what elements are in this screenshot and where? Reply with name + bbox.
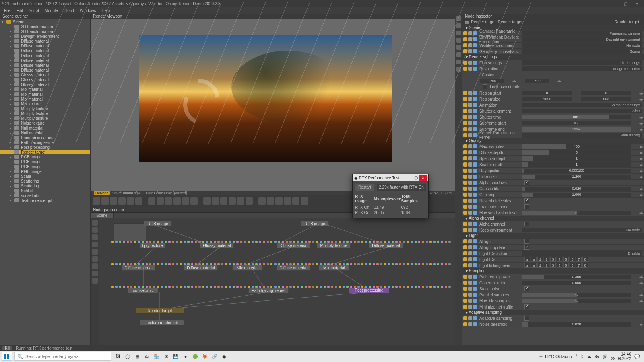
tree-root[interactable]: ▾Scene xyxy=(0,19,90,24)
prop-geometry[interactable]: Geometry: sunset.abcScene xyxy=(462,48,644,54)
node-job[interactable]: Texture render job xyxy=(140,320,184,325)
node-diff4[interactable]: Diffuse material xyxy=(184,265,218,271)
prop-environment[interactable]: Environment: Daylight environmentDayligh… xyxy=(462,36,644,42)
tree-item[interactable]: ▸Mix texture xyxy=(0,101,90,106)
section-header[interactable]: ▾ Alpha channel xyxy=(462,216,644,221)
prop-subframe-start[interactable]: Subframe start0%◂▸ xyxy=(462,120,644,126)
viewport-tool-button[interactable] xyxy=(157,197,164,205)
tree-item[interactable]: ▸Scale xyxy=(0,174,90,179)
tree-item[interactable]: ▸Multiply texture xyxy=(0,106,90,111)
menu-module[interactable]: Module xyxy=(45,8,58,13)
inspector-rail-button[interactable] xyxy=(456,38,461,43)
window-close-icon[interactable]: ✕ xyxy=(631,2,642,6)
prop-sampling[interactable]: Max. tile samples32◂▸ xyxy=(462,298,644,304)
taskbar-clock[interactable]: 14:4629.09.2022 xyxy=(611,352,631,361)
dialog-close-icon[interactable]: ✕ xyxy=(419,175,427,181)
volume-icon[interactable]: 🔊 xyxy=(602,354,608,359)
tree-item[interactable]: ▸sunset.abc xyxy=(0,193,90,198)
inspector-rail-button[interactable] xyxy=(456,45,461,50)
viewport-tool-button[interactable] xyxy=(203,197,211,205)
tree-item[interactable]: ▸Noise texture xyxy=(0,121,90,125)
prop-resolution[interactable]: ResolutionImage resolution xyxy=(462,66,644,72)
menu-edit[interactable]: Edit xyxy=(16,8,23,13)
prop-quality[interactable]: Ray epsilon0.000100◂▸ xyxy=(462,167,644,173)
network-icon[interactable]: 🖧 xyxy=(594,354,599,359)
prop-sampling[interactable]: Minimize net traffic xyxy=(462,304,644,310)
prop-ai-light[interactable]: AI light xyxy=(462,238,644,244)
tree-item[interactable]: ▸Mix material xyxy=(0,92,90,97)
tree-item[interactable]: ▸Scattering xyxy=(0,183,90,188)
prop-quality[interactable]: Caustic blur0.020◂▸ xyxy=(462,185,644,191)
tree-item[interactable]: ▸Multiply texture xyxy=(0,111,90,116)
viewport-tool-button[interactable] xyxy=(301,197,308,205)
prop-ai-light-update[interactable]: AI light update xyxy=(462,244,644,250)
node-mix2[interactable]: Mix material xyxy=(319,265,349,271)
viewport-tool-button[interactable] xyxy=(93,197,100,205)
node-mix1[interactable]: Mix material xyxy=(232,265,263,271)
tray-chevron-icon[interactable]: ˄ xyxy=(575,354,578,359)
taskbar-app-icon[interactable]: ◉ xyxy=(220,352,229,361)
taskbar-app-icon[interactable]: 🏪 xyxy=(152,352,161,361)
prop-quality[interactable]: Alpha shadows xyxy=(462,179,644,185)
nodegraph-tool-button[interactable] xyxy=(92,220,98,226)
light-id-row[interactable]: se12345678 xyxy=(522,262,590,269)
tree-item[interactable]: ▸Null material xyxy=(0,130,90,135)
tree-item[interactable]: ▸Diffuse material xyxy=(0,43,90,48)
tree-item[interactable]: ▸Mix material xyxy=(0,87,90,92)
tree-item[interactable]: ▸Diffuse material xyxy=(0,53,90,58)
viewport-tool-button[interactable] xyxy=(127,197,134,205)
node-path[interactable]: Path tracing kernel xyxy=(248,288,289,293)
nodegraph-minimap[interactable] xyxy=(114,223,146,242)
viewport-tool-button[interactable] xyxy=(267,197,274,205)
viewport-tool-button[interactable] xyxy=(258,197,266,205)
viewport-tool-button[interactable] xyxy=(173,197,181,205)
prop-lock-aspect[interactable]: Lock aspect ratio xyxy=(462,84,644,90)
prop-adaptive[interactable]: Noise threshold0.020◂▸ xyxy=(462,321,644,327)
node-post[interactable]: Post processing xyxy=(349,288,389,293)
notifications-icon[interactable]: 💬 xyxy=(634,354,640,359)
prop-kernel[interactable]: Kernel: Path tracing kernelPath tracing xyxy=(462,132,644,138)
tree-item[interactable]: ▸Schlick xyxy=(0,188,90,193)
tree-item[interactable]: ▸Diffuse material xyxy=(0,63,90,68)
inspector-target-button[interactable]: Render target xyxy=(612,19,642,25)
section-header[interactable]: ▾ Adaptive sampling xyxy=(462,310,644,315)
system-tray[interactable]: ☀ 15°C Oblačno ˄ ᛒ ☁ 🖧 🔊 14:4629.09.2022… xyxy=(539,352,640,361)
tree-item[interactable]: ▸Diffuse material xyxy=(0,48,90,53)
prop-quality[interactable]: Scatter depth1◂▸ xyxy=(462,161,644,167)
prop-region-size[interactable]: Region size1052603◂▸ xyxy=(462,96,644,102)
tree-item[interactable]: ▸Glossy material xyxy=(0,72,90,77)
nodegraph-tool-button[interactable] xyxy=(92,278,98,284)
viewport-tool-button[interactable] xyxy=(284,197,291,205)
taskbar-app-icon[interactable]: 🟢 xyxy=(191,352,200,361)
menu-script[interactable]: Script xyxy=(29,8,39,13)
inspector-rail-button[interactable] xyxy=(456,16,461,21)
prop-quality[interactable]: Irradiance mode xyxy=(462,204,644,210)
tree-item[interactable]: ▸Diffuse material xyxy=(0,68,90,72)
menu-help[interactable]: Help xyxy=(101,8,110,13)
bluetooth-icon[interactable]: ᛒ xyxy=(581,354,584,359)
dialog-minimize-icon[interactable]: — xyxy=(405,175,412,181)
prop-shutter-align[interactable]: Shutter alignmentAfter xyxy=(462,108,644,114)
prop-light-action[interactable]: Light IDs actionDisable xyxy=(462,250,644,256)
prop-sampling[interactable]: Parallel samples32◂▸ xyxy=(462,292,644,298)
prop-adaptive[interactable]: Adaptive sampling xyxy=(462,315,644,321)
tree-item[interactable]: ▸Glossy material xyxy=(0,82,90,87)
taskbar-app-icon[interactable]: 💾 xyxy=(171,352,180,361)
tree-item[interactable]: ▸RGB image xyxy=(0,159,90,164)
light-id-row[interactable]: se12345678 xyxy=(522,256,590,263)
viewport-tool-button[interactable] xyxy=(190,197,198,205)
prop-quality[interactable]: Filter size1.200◂▸ xyxy=(462,173,644,179)
window-minimize-icon[interactable]: — xyxy=(609,2,620,6)
render-preview[interactable] xyxy=(139,35,392,162)
nodegraph-tool-button[interactable] xyxy=(92,227,98,233)
nodegraph-tool-button[interactable] xyxy=(92,234,98,240)
tree-item[interactable]: ▸Post processing xyxy=(0,145,90,150)
prop-sampling[interactable]: Static noise xyxy=(462,286,644,292)
tree-item[interactable]: ▸Diffuse material xyxy=(0,39,90,43)
tree-item[interactable]: ▸Path tracing kernel xyxy=(0,140,90,145)
prop-sampling[interactable]: Path term. power0.300◂▸ xyxy=(462,274,644,280)
taskbar-app-icon[interactable]: 🦊 xyxy=(200,352,209,361)
viewport-tool-button[interactable] xyxy=(148,197,155,205)
prop-quality[interactable]: Diffuse depth5◂▸ xyxy=(462,149,644,155)
viewport-tool-button[interactable] xyxy=(212,197,219,205)
